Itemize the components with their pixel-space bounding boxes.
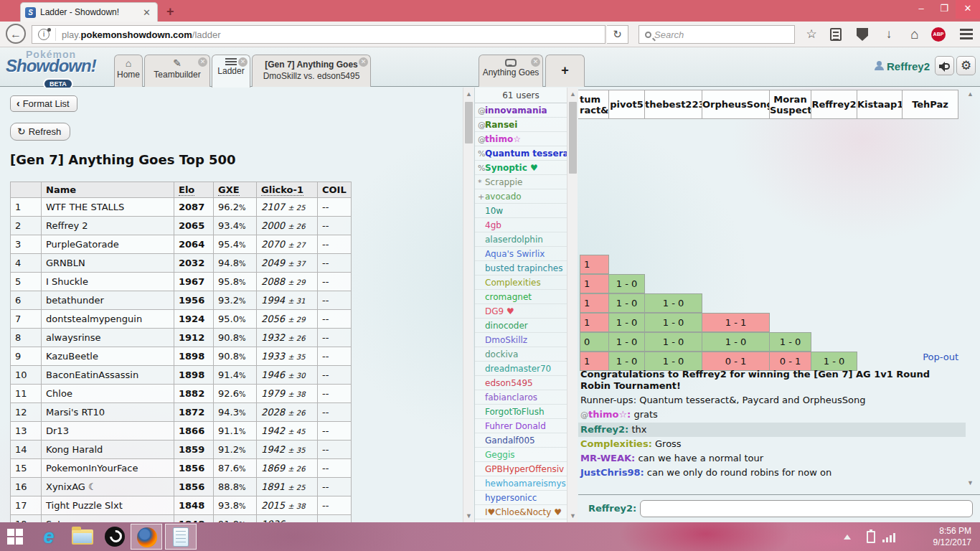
- match-result-cell[interactable]: 1 - 0: [770, 332, 811, 352]
- scroll-down-icon[interactable]: ▼: [567, 511, 578, 521]
- match-result-cell[interactable]: 1 - 0: [609, 274, 645, 293]
- tournament-player-header[interactable]: tumract&: [578, 90, 609, 119]
- tournament-player-header[interactable]: pivot5: [609, 90, 645, 119]
- match-result-cell[interactable]: 1 - 0: [609, 293, 645, 313]
- tray-up-arrow-icon[interactable]: [844, 534, 851, 540]
- tab-new[interactable]: +: [545, 55, 585, 87]
- list-item-user[interactable]: edson5495: [475, 376, 567, 390]
- match-result-cell[interactable]: 1 - 0: [609, 332, 645, 352]
- match-result-cell[interactable]: 1 - 1: [702, 313, 770, 332]
- list-item-user[interactable]: hypersonicc: [475, 491, 567, 505]
- tournament-player-header[interactable]: OrpheusSong: [702, 90, 770, 119]
- match-result-cell[interactable]: 1 - 0: [645, 332, 702, 352]
- match-result-cell[interactable]: 1: [580, 255, 609, 274]
- cell-name[interactable]: Sat: [42, 515, 174, 523]
- restore-button[interactable]: ❐: [933, 0, 956, 19]
- list-item-user[interactable]: Geggis: [475, 448, 567, 462]
- file-explorer-icon[interactable]: [72, 529, 93, 545]
- scrollbar-thumb[interactable]: [465, 102, 473, 143]
- match-result-cell[interactable]: 1 - 0: [645, 293, 702, 313]
- tournament-player-header[interactable]: Kistaap1: [857, 90, 903, 119]
- list-item-user[interactable]: fabianclaros: [475, 390, 567, 405]
- tournament-player-header[interactable]: Reffrey2: [811, 90, 857, 119]
- cell-name[interactable]: Tight Puzzle Slxt: [42, 496, 174, 515]
- home-icon[interactable]: ⌂: [905, 27, 924, 42]
- chat-input[interactable]: [640, 500, 973, 517]
- back-button[interactable]: ←: [6, 24, 26, 44]
- url-bar[interactable]: i play.pokemonshowdown.com/ladder: [32, 25, 606, 44]
- list-item-user[interactable]: +avocado: [475, 189, 567, 204]
- list-item-user[interactable]: Aqua's Swirlix: [475, 247, 567, 261]
- list-item-user[interactable]: GPBHyperOffensiv: [475, 462, 567, 476]
- url-text[interactable]: play.pokemonshowdown.com/ladder: [62, 29, 221, 40]
- start-button[interactable]: [7, 529, 23, 545]
- col-gxe[interactable]: GXE: [214, 182, 257, 198]
- close-icon[interactable]: ✕: [198, 57, 207, 67]
- chat-username[interactable]: JustChris98:: [580, 467, 644, 478]
- tab-home[interactable]: ⌂ Home: [114, 55, 143, 87]
- reading-list-icon[interactable]: [830, 28, 842, 41]
- battery-icon[interactable]: [867, 531, 875, 543]
- scroll-up-icon[interactable]: ▲: [463, 89, 474, 99]
- list-item-user[interactable]: Fuhrer Donald: [475, 419, 567, 433]
- match-result-cell[interactable]: 0: [580, 332, 609, 352]
- settings-button[interactable]: ⚙: [956, 56, 976, 75]
- cell-name[interactable]: I Shuckle: [42, 273, 174, 291]
- list-item-user[interactable]: dockiva: [475, 347, 567, 362]
- tab-chatroom[interactable]: ✕ Anything Goes: [479, 55, 543, 87]
- tab-close-icon[interactable]: ✕: [141, 7, 153, 18]
- cell-name[interactable]: alwaysrinse: [42, 329, 174, 347]
- cell-name[interactable]: Reffrey 2: [42, 217, 174, 235]
- list-item-user[interactable]: @Ransei: [475, 118, 567, 132]
- cell-name[interactable]: betathunder: [42, 291, 174, 310]
- tab-ladder[interactable]: ✕ Ladder: [212, 55, 250, 88]
- list-item-user[interactable]: dinocoder: [475, 319, 567, 333]
- tab-battle[interactable]: ✕ [Gen 7] Anything Goes DmoSkillz vs. ed…: [252, 55, 371, 87]
- list-item-user[interactable]: *Scrappie: [475, 175, 567, 189]
- cell-name[interactable]: dontstealmypenguin: [42, 310, 174, 329]
- cell-name[interactable]: KazuBeetle: [42, 347, 174, 366]
- userlist-scrollbar[interactable]: ▲ ▼: [567, 88, 578, 522]
- list-item-user[interactable]: %Quantum tessera: [475, 146, 567, 161]
- menu-icon[interactable]: [957, 27, 976, 42]
- tournament-player-header[interactable]: MoranSuspect: [770, 90, 811, 119]
- cell-name[interactable]: Marsi's RT10: [42, 403, 174, 422]
- list-item-user[interactable]: busted trapinches: [475, 261, 567, 276]
- cell-name[interactable]: WTF THE STALLS: [42, 198, 174, 217]
- chat-username[interactable]: Reffrey2:: [580, 424, 628, 435]
- ladder-scrollbar[interactable]: ▲ ▼: [463, 88, 473, 522]
- list-item-user[interactable]: Complexities: [475, 276, 567, 290]
- chat-username[interactable]: thimo☆:: [588, 409, 631, 420]
- cell-name[interactable]: GRNBLN: [42, 254, 174, 273]
- list-item-user[interactable]: dreadmaster70: [475, 362, 567, 376]
- network-signal-icon[interactable]: [882, 532, 898, 542]
- chat-username[interactable]: Complexities:: [580, 438, 652, 449]
- close-icon[interactable]: ✕: [531, 57, 540, 67]
- search-input[interactable]: Search: [639, 25, 795, 44]
- list-item-user[interactable]: 10w: [475, 204, 567, 218]
- cell-name[interactable]: BaconEatinAssassin: [42, 366, 174, 385]
- list-item-user[interactable]: ForgotToFlush: [475, 405, 567, 419]
- match-result-cell[interactable]: 1 - 0: [645, 313, 702, 332]
- match-result-cell[interactable]: 1 - 0: [609, 313, 645, 332]
- close-icon[interactable]: ✕: [359, 57, 368, 67]
- format-list-button[interactable]: ‹Format List: [10, 95, 77, 112]
- internet-explorer-icon[interactable]: e: [37, 525, 60, 548]
- col-elo[interactable]: Elo: [174, 182, 214, 198]
- sound-button[interactable]: [935, 56, 954, 75]
- cell-name[interactable]: XynixAG ☾: [42, 478, 174, 496]
- list-item-user[interactable]: @innovamania: [475, 103, 567, 118]
- list-item-user[interactable]: DmoSkillz: [475, 333, 567, 347]
- cell-name[interactable]: Dr13: [42, 422, 174, 441]
- list-item-user[interactable]: %Synoptic ♥: [475, 161, 567, 175]
- match-result-cell[interactable]: 1: [580, 274, 609, 293]
- obs-icon[interactable]: [105, 527, 125, 547]
- shield-icon[interactable]: [857, 28, 868, 41]
- close-button[interactable]: ✕: [956, 0, 980, 19]
- close-icon[interactable]: ✕: [238, 57, 248, 67]
- list-item-user[interactable]: alaserdolphin: [475, 232, 567, 247]
- new-tab-button[interactable]: +: [166, 4, 174, 19]
- scroll-up-icon[interactable]: ▲: [567, 89, 578, 99]
- list-item-user[interactable]: 4gb: [475, 218, 567, 232]
- downloads-icon[interactable]: ↓: [880, 27, 898, 42]
